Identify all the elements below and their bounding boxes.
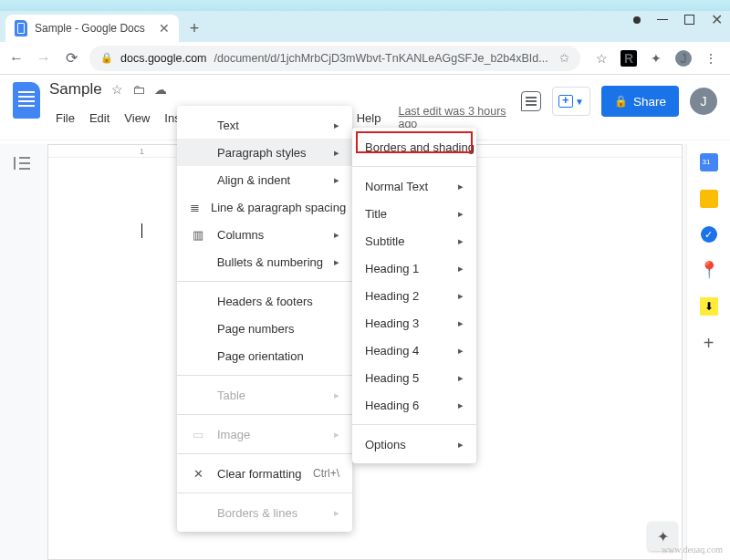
browser-tab[interactable]: Sample - Google Docs ✕ — [5, 15, 179, 42]
menu-item-image: ▭ Image ▸ — [177, 420, 352, 448]
browser-menu-icon[interactable]: ⋮ — [703, 50, 719, 67]
menu-item-table: Table ▸ — [177, 381, 352, 409]
keep-icon[interactable] — [700, 190, 718, 208]
menu-item-columns[interactable]: ▥ Columns ▸ — [177, 221, 352, 248]
nav-forward-icon[interactable]: → — [35, 50, 53, 67]
window-controls: ✕ — [633, 11, 723, 28]
new-tab-button[interactable]: + — [182, 16, 206, 40]
submenu-arrow-icon: ▸ — [458, 317, 464, 329]
submenu-arrow-icon: ▸ — [334, 507, 339, 519]
cloud-status-icon[interactable]: ☁ — [154, 82, 167, 97]
menu-item-bullets[interactable]: Bullets & numbering ▸ — [177, 248, 352, 275]
menu-item-heading-4[interactable]: Heading 4 ▸ — [352, 337, 476, 364]
tab-strip: Sample - Google Docs ✕ + — [0, 11, 730, 42]
submenu-arrow-icon: ▸ — [458, 399, 464, 411]
share-button[interactable]: 🔒 Share — [601, 86, 679, 117]
bookmark-icon[interactable]: ☆ — [593, 50, 610, 67]
submenu-arrow-icon: ▸ — [458, 290, 464, 302]
menu-item-options[interactable]: Options ▸ — [352, 430, 476, 458]
submenu-arrow-icon: ▸ — [458, 439, 464, 451]
last-edit-link[interactable]: Last edit was 3 hours ago — [398, 105, 512, 130]
tasks-icon[interactable]: ✓ — [701, 226, 717, 243]
side-panel: ✓ 📍 ⬇ + — [686, 144, 730, 560]
comment-history-icon[interactable] — [521, 91, 541, 111]
menu-help[interactable]: Help — [350, 109, 388, 128]
submenu-arrow-icon: ▸ — [458, 208, 464, 220]
menu-item-page-orientation[interactable]: Page orientation — [177, 342, 352, 369]
nav-reload-icon[interactable]: ⟳ — [62, 49, 80, 67]
docs-favicon-icon — [15, 20, 27, 36]
share-url-icon[interactable]: ✩ — [559, 51, 569, 65]
tab-close-icon[interactable]: ✕ — [159, 21, 170, 36]
maps-icon[interactable]: 📍 — [700, 261, 718, 279]
document-outline-icon[interactable] — [14, 157, 30, 170]
menu-item-text[interactable]: Text ▸ — [177, 111, 352, 139]
move-icon[interactable]: 🗀 — [132, 82, 145, 97]
menu-item-headers-footers[interactable]: Headers & footers — [177, 287, 352, 315]
menu-separator — [352, 166, 476, 167]
submenu-arrow-icon: ▸ — [458, 235, 464, 247]
menu-item-clear-formatting[interactable]: ✕ Clear formatting Ctrl+\ — [177, 460, 352, 487]
docs-logo-icon[interactable] — [13, 82, 40, 119]
maximize-icon[interactable] — [684, 15, 694, 25]
columns-icon: ▥ — [190, 228, 206, 242]
ruler-mark: 1 — [140, 147, 144, 156]
url-host: docs.google.com — [120, 52, 207, 65]
present-button[interactable]: ▼ — [552, 87, 590, 116]
close-window-icon[interactable]: ✕ — [711, 11, 723, 28]
menu-edit[interactable]: Edit — [83, 109, 116, 128]
extension-r-icon[interactable]: R — [620, 50, 637, 67]
menu-separator — [177, 414, 352, 415]
menu-item-heading-2[interactable]: Heading 2 ▸ — [352, 282, 476, 309]
submenu-arrow-icon: ▸ — [458, 263, 464, 275]
add-sidepanel-icon[interactable]: + — [700, 334, 718, 352]
submenu-arrow-icon: ▸ — [334, 229, 339, 241]
share-label: Share — [633, 95, 666, 109]
menu-item-title[interactable]: Title ▸ — [352, 200, 476, 227]
shortcut-label: Ctrl+\ — [313, 467, 339, 480]
extension-icons: ☆ R ✦ J ⋮ — [589, 50, 723, 67]
document-title[interactable]: Sample — [49, 80, 102, 99]
nav-back-icon[interactable]: ← — [7, 50, 26, 67]
submenu-arrow-icon: ▸ — [334, 119, 339, 131]
browser-avatar[interactable]: J — [675, 50, 692, 67]
menu-item-paragraph-styles[interactable]: Paragraph styles ▸ — [177, 139, 352, 166]
url-path: /document/d/1jchMrbCjD3mWbvt-TnKANLeAGgS… — [214, 52, 548, 65]
lock-icon: 🔒 — [100, 52, 113, 64]
menu-item-borders-shading[interactable]: Borders and shading — [352, 133, 476, 161]
menu-item-borders-lines: Borders & lines ▸ — [177, 499, 352, 526]
menu-item-page-numbers[interactable]: Page numbers — [177, 315, 352, 342]
menu-separator — [177, 493, 352, 493]
menu-item-heading-5[interactable]: Heading 5 ▸ — [352, 364, 476, 391]
star-icon[interactable]: ☆ — [111, 82, 123, 97]
paragraph-styles-submenu: Borders and shading Normal Text ▸ Title … — [352, 128, 476, 463]
recording-indicator-icon — [633, 16, 641, 24]
format-menu-dropdown: Text ▸ Paragraph styles ▸ Align & indent… — [177, 106, 352, 532]
tab-title: Sample - Google Docs — [35, 22, 145, 35]
window-titlebar — [0, 0, 730, 11]
menu-item-line-spacing[interactable]: ≣ Line & paragraph spacing ▸ — [177, 193, 352, 221]
menu-item-heading-1[interactable]: Heading 1 ▸ — [352, 254, 476, 282]
menu-view[interactable]: View — [118, 109, 156, 128]
menu-item-heading-3[interactable]: Heading 3 ▸ — [352, 309, 476, 337]
account-avatar[interactable]: J — [690, 88, 717, 115]
menu-file[interactable]: File — [49, 109, 81, 128]
menu-separator — [352, 424, 476, 425]
menu-separator — [177, 453, 352, 454]
menu-item-subtitle[interactable]: Subtitle ▸ — [352, 227, 476, 254]
calendar-icon[interactable] — [700, 153, 718, 171]
menu-item-heading-6[interactable]: Heading 6 ▸ — [352, 391, 476, 419]
clear-formatting-icon: ✕ — [190, 467, 206, 481]
submenu-arrow-icon: ▸ — [334, 147, 339, 159]
watermark-text: www.deuaq.com — [662, 544, 723, 555]
menu-item-normal-text[interactable]: Normal Text ▸ — [352, 172, 476, 200]
menu-separator — [177, 375, 352, 376]
download-addon-icon[interactable]: ⬇ — [700, 297, 718, 316]
submenu-arrow-icon: ▸ — [458, 345, 464, 357]
address-bar[interactable]: 🔒 docs.google.com /document/d/1jchMrbCjD… — [89, 46, 580, 71]
menu-separator — [177, 281, 352, 282]
menu-item-align-indent[interactable]: Align & indent ▸ — [177, 166, 352, 193]
submenu-arrow-icon: ▸ — [458, 181, 464, 192]
minimize-icon[interactable] — [657, 19, 668, 20]
extensions-puzzle-icon[interactable]: ✦ — [648, 50, 664, 67]
